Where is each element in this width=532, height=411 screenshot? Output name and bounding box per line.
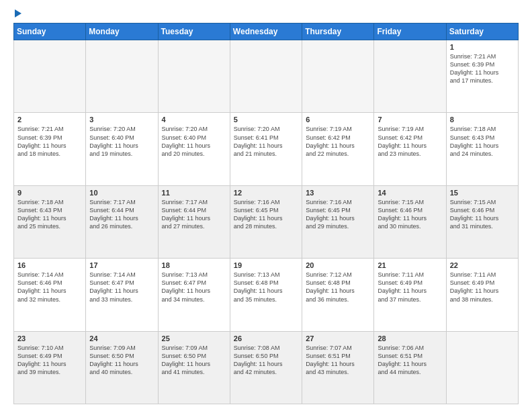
logo: [13, 11, 21, 17]
day-number: 5: [234, 116, 298, 124]
calendar-week-row: 23Sunrise: 7:10 AM Sunset: 6:49 PM Dayli…: [14, 331, 519, 404]
calendar-cell: 9Sunrise: 7:18 AM Sunset: 6:43 PM Daylig…: [14, 185, 86, 258]
day-number: 26: [234, 334, 298, 342]
day-number: 25: [162, 334, 226, 342]
day-info: Sunrise: 7:21 AM Sunset: 6:39 PM Dayligh…: [17, 125, 82, 158]
day-info: Sunrise: 7:11 AM Sunset: 6:49 PM Dayligh…: [450, 271, 515, 304]
day-info: Sunrise: 7:13 AM Sunset: 6:48 PM Dayligh…: [234, 271, 298, 304]
calendar-day-header: Tuesday: [158, 24, 230, 40]
day-number: 6: [306, 116, 370, 124]
day-number: 27: [306, 334, 370, 342]
calendar-cell: [446, 331, 518, 404]
day-info: Sunrise: 7:18 AM Sunset: 6:43 PM Dayligh…: [450, 125, 515, 158]
calendar-table: SundayMondayTuesdayWednesdayThursdayFrid…: [13, 23, 519, 404]
calendar-cell: 8Sunrise: 7:18 AM Sunset: 6:43 PM Daylig…: [446, 113, 518, 185]
day-number: 13: [306, 189, 370, 197]
day-number: 11: [162, 189, 226, 197]
calendar-cell: 23Sunrise: 7:10 AM Sunset: 6:49 PM Dayli…: [14, 331, 86, 404]
day-number: 1: [450, 43, 515, 51]
day-info: Sunrise: 7:09 AM Sunset: 6:50 PM Dayligh…: [89, 344, 154, 377]
day-number: 2: [17, 116, 82, 124]
day-info: Sunrise: 7:19 AM Sunset: 6:42 PM Dayligh…: [306, 125, 370, 158]
calendar-cell: 17Sunrise: 7:14 AM Sunset: 6:47 PM Dayli…: [86, 259, 158, 331]
calendar-cell: 18Sunrise: 7:13 AM Sunset: 6:47 PM Dayli…: [158, 259, 230, 331]
calendar-cell: 5Sunrise: 7:20 AM Sunset: 6:41 PM Daylig…: [230, 113, 302, 185]
calendar-week-row: 9Sunrise: 7:18 AM Sunset: 6:43 PM Daylig…: [14, 185, 519, 258]
day-number: 22: [450, 261, 515, 269]
day-number: 18: [162, 261, 226, 269]
day-info: Sunrise: 7:17 AM Sunset: 6:44 PM Dayligh…: [89, 198, 154, 231]
day-info: Sunrise: 7:13 AM Sunset: 6:47 PM Dayligh…: [162, 271, 226, 304]
day-info: Sunrise: 7:20 AM Sunset: 6:40 PM Dayligh…: [162, 125, 226, 158]
day-info: Sunrise: 7:16 AM Sunset: 6:45 PM Dayligh…: [234, 198, 298, 231]
calendar-week-row: 1Sunrise: 7:21 AM Sunset: 6:39 PM Daylig…: [14, 40, 519, 113]
day-info: Sunrise: 7:19 AM Sunset: 6:42 PM Dayligh…: [378, 125, 442, 158]
day-info: Sunrise: 7:15 AM Sunset: 6:46 PM Dayligh…: [450, 198, 515, 231]
day-info: Sunrise: 7:09 AM Sunset: 6:50 PM Dayligh…: [162, 344, 226, 377]
calendar-cell: 11Sunrise: 7:17 AM Sunset: 6:44 PM Dayli…: [158, 185, 230, 258]
day-number: 19: [234, 261, 298, 269]
day-info: Sunrise: 7:16 AM Sunset: 6:45 PM Dayligh…: [306, 198, 370, 231]
day-number: 23: [17, 334, 82, 342]
calendar-cell: 22Sunrise: 7:11 AM Sunset: 6:49 PM Dayli…: [446, 259, 518, 331]
day-info: Sunrise: 7:15 AM Sunset: 6:46 PM Dayligh…: [378, 198, 442, 231]
day-info: Sunrise: 7:21 AM Sunset: 6:39 PM Dayligh…: [450, 52, 515, 85]
calendar-cell: [158, 40, 230, 113]
day-number: 12: [234, 189, 298, 197]
day-info: Sunrise: 7:08 AM Sunset: 6:50 PM Dayligh…: [234, 344, 298, 377]
day-info: Sunrise: 7:14 AM Sunset: 6:47 PM Dayligh…: [89, 271, 154, 304]
calendar-header-row: SundayMondayTuesdayWednesdayThursdayFrid…: [14, 24, 519, 40]
calendar-cell: 19Sunrise: 7:13 AM Sunset: 6:48 PM Dayli…: [230, 259, 302, 331]
calendar-cell: 15Sunrise: 7:15 AM Sunset: 6:46 PM Dayli…: [446, 185, 518, 258]
calendar-cell: [302, 40, 374, 113]
day-number: 15: [450, 189, 515, 197]
day-number: 4: [162, 116, 226, 124]
calendar-day-header: Monday: [86, 24, 158, 40]
calendar-day-header: Saturday: [446, 24, 518, 40]
calendar-cell: 25Sunrise: 7:09 AM Sunset: 6:50 PM Dayli…: [158, 331, 230, 404]
calendar-day-header: Thursday: [302, 24, 374, 40]
header: [13, 11, 519, 17]
page: SundayMondayTuesdayWednesdayThursdayFrid…: [0, 0, 532, 411]
calendar-week-row: 2Sunrise: 7:21 AM Sunset: 6:39 PM Daylig…: [14, 113, 519, 185]
day-info: Sunrise: 7:14 AM Sunset: 6:46 PM Dayligh…: [17, 271, 82, 304]
calendar-day-header: Wednesday: [230, 24, 302, 40]
day-info: Sunrise: 7:10 AM Sunset: 6:49 PM Dayligh…: [17, 344, 82, 377]
calendar-day-header: Friday: [374, 24, 446, 40]
calendar-week-row: 16Sunrise: 7:14 AM Sunset: 6:46 PM Dayli…: [14, 259, 519, 331]
calendar-cell: [230, 40, 302, 113]
calendar-cell: 1Sunrise: 7:21 AM Sunset: 6:39 PM Daylig…: [446, 40, 518, 113]
calendar-cell: 21Sunrise: 7:11 AM Sunset: 6:49 PM Dayli…: [374, 259, 446, 331]
calendar-cell: 3Sunrise: 7:20 AM Sunset: 6:40 PM Daylig…: [86, 113, 158, 185]
calendar-cell: 20Sunrise: 7:12 AM Sunset: 6:48 PM Dayli…: [302, 259, 374, 331]
calendar-cell: 2Sunrise: 7:21 AM Sunset: 6:39 PM Daylig…: [14, 113, 86, 185]
day-number: 24: [89, 334, 154, 342]
calendar-cell: 12Sunrise: 7:16 AM Sunset: 6:45 PM Dayli…: [230, 185, 302, 258]
day-number: 3: [89, 116, 154, 124]
day-info: Sunrise: 7:06 AM Sunset: 6:51 PM Dayligh…: [378, 344, 442, 377]
calendar-cell: 16Sunrise: 7:14 AM Sunset: 6:46 PM Dayli…: [14, 259, 86, 331]
day-info: Sunrise: 7:20 AM Sunset: 6:41 PM Dayligh…: [234, 125, 298, 158]
day-info: Sunrise: 7:12 AM Sunset: 6:48 PM Dayligh…: [306, 271, 370, 304]
calendar-cell: 28Sunrise: 7:06 AM Sunset: 6:51 PM Dayli…: [374, 331, 446, 404]
day-number: 7: [378, 116, 442, 124]
day-number: 17: [89, 261, 154, 269]
day-number: 16: [17, 261, 82, 269]
calendar-cell: [86, 40, 158, 113]
day-number: 8: [450, 116, 515, 124]
calendar-cell: 13Sunrise: 7:16 AM Sunset: 6:45 PM Dayli…: [302, 185, 374, 258]
day-info: Sunrise: 7:11 AM Sunset: 6:49 PM Dayligh…: [378, 271, 442, 304]
day-info: Sunrise: 7:20 AM Sunset: 6:40 PM Dayligh…: [89, 125, 154, 158]
day-number: 10: [89, 189, 154, 197]
calendar-cell: 14Sunrise: 7:15 AM Sunset: 6:46 PM Dayli…: [374, 185, 446, 258]
day-number: 14: [378, 189, 442, 197]
day-number: 28: [378, 334, 442, 342]
day-number: 20: [306, 261, 370, 269]
day-info: Sunrise: 7:17 AM Sunset: 6:44 PM Dayligh…: [162, 198, 226, 231]
calendar-cell: 6Sunrise: 7:19 AM Sunset: 6:42 PM Daylig…: [302, 113, 374, 185]
day-number: 21: [378, 261, 442, 269]
calendar-cell: 26Sunrise: 7:08 AM Sunset: 6:50 PM Dayli…: [230, 331, 302, 404]
calendar-day-header: Sunday: [14, 24, 86, 40]
calendar-cell: 24Sunrise: 7:09 AM Sunset: 6:50 PM Dayli…: [86, 331, 158, 404]
calendar-cell: [14, 40, 86, 113]
